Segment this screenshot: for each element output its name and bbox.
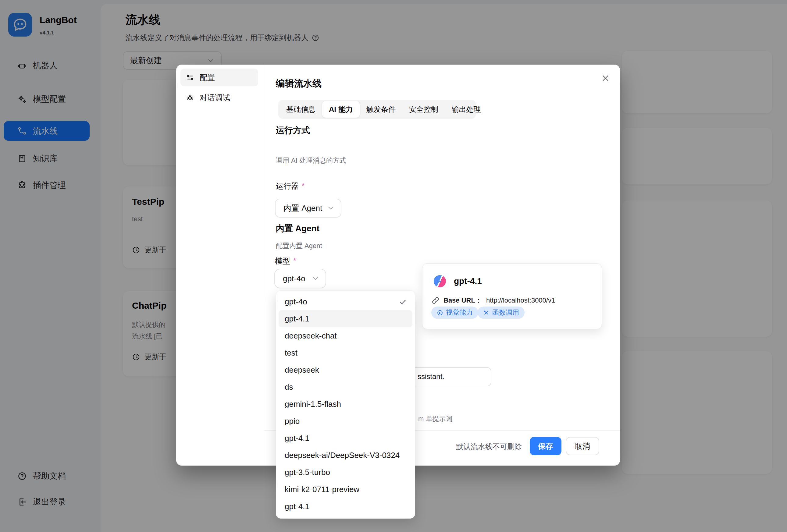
dropdown-option-deepseek-chat[interactable]: deepseek-chat xyxy=(279,327,412,344)
dropdown-option-gpt-4-1[interactable]: gpt-4.1 xyxy=(279,310,412,327)
cancel-button[interactable]: 取消 xyxy=(566,437,599,455)
model-select-value: gpt-4o xyxy=(283,274,305,283)
modal-nav-label: 对话调试 xyxy=(200,93,230,103)
sliders-icon xyxy=(186,73,194,82)
vision-capability-badge: 视觉能力 xyxy=(431,307,478,319)
tools-icon xyxy=(483,310,490,316)
model-name: gpt-4.1 xyxy=(454,276,482,287)
model-info-popover: gpt-4.1 Base URL： http://localhost:3000/… xyxy=(422,263,602,329)
system-prompt-text: ssistant. xyxy=(418,372,444,381)
section-heading-run-mode: 运行方式 xyxy=(276,125,310,136)
dropdown-option-gemini-1-5-flash[interactable]: gemini-1.5-flash xyxy=(279,396,412,413)
dropdown-option-gpt-4o[interactable]: gpt-4o xyxy=(279,293,412,310)
modal-title: 编辑流水线 xyxy=(276,77,322,90)
model-dropdown-list: gpt-4o gpt-4.1 deepseek-chat test deepse… xyxy=(276,290,415,518)
dropdown-option-gpt-4-1-3[interactable]: gpt-4.1 xyxy=(279,498,412,515)
tab-ai-capability[interactable]: AI 能力 xyxy=(322,101,360,118)
eye-icon xyxy=(437,310,443,316)
base-url-label: Base URL： xyxy=(444,296,482,305)
modal-divider xyxy=(264,65,264,466)
chevron-down-icon xyxy=(312,274,319,283)
runner-select[interactable]: 内置 Agent xyxy=(275,199,341,218)
dropdown-option-deepseek[interactable]: deepseek xyxy=(279,361,412,378)
modal-nav-chat-debug[interactable]: 对话调试 xyxy=(180,89,258,106)
dropdown-option-gpt-4-1-2[interactable]: gpt-4.1 xyxy=(279,429,412,447)
base-url-value: http://localhost:3000/v1 xyxy=(486,296,555,304)
tab-basic-info[interactable]: 基础信息 xyxy=(279,101,322,118)
dropdown-option-gpt-3-5-turbo[interactable]: gpt-3.5-turbo xyxy=(279,464,412,481)
base-url-row: Base URL： http://localhost:3000/v1 xyxy=(432,296,555,305)
required-mark: * xyxy=(302,181,304,191)
prompt-description-text: m 单提示词 xyxy=(418,414,452,423)
runner-field-label: 运行器* xyxy=(276,181,304,191)
dropdown-option-test[interactable]: test xyxy=(279,344,412,361)
tab-output-processing[interactable]: 输出处理 xyxy=(445,101,488,118)
dropdown-option-deepseek-v3[interactable]: deepseek-ai/DeepSeek-V3-0324 xyxy=(279,447,412,464)
check-icon xyxy=(399,298,407,306)
section-desc-builtin-agent: 配置内置 Agent xyxy=(276,241,322,250)
function-calling-badge: 函数调用 xyxy=(477,307,525,319)
dropdown-option-ppio[interactable]: ppio xyxy=(279,413,412,429)
required-mark: * xyxy=(293,256,296,266)
link-icon xyxy=(432,297,439,304)
modal-nav-config[interactable]: 配置 xyxy=(180,69,258,86)
screen: LangBot v4.1.1 机器人 模型配置 流水线 xyxy=(0,0,787,532)
tab-security-control[interactable]: 安全控制 xyxy=(402,101,445,118)
runner-select-value: 内置 Agent xyxy=(283,203,322,214)
model-select[interactable]: gpt-4o xyxy=(274,269,326,288)
dropdown-option-ds[interactable]: ds xyxy=(279,378,412,396)
save-button[interactable]: 保存 xyxy=(530,437,561,455)
model-provider-logo-icon xyxy=(434,275,446,287)
bug-icon xyxy=(186,93,194,102)
modal-nav-label: 配置 xyxy=(200,72,215,83)
section-heading-builtin-agent: 内置 Agent xyxy=(276,223,319,234)
model-field-label: 模型* xyxy=(275,256,296,266)
section-desc-run-mode: 调用 AI 处理消息的方式 xyxy=(276,156,346,165)
close-icon[interactable] xyxy=(600,73,610,83)
modal-tabs: 基础信息 AI 能力 触发条件 安全控制 输出处理 xyxy=(278,100,476,119)
dropdown-option-kimi-k2[interactable]: kimi-k2-0711-preview xyxy=(279,481,412,498)
tab-trigger-conditions[interactable]: 触发条件 xyxy=(360,101,402,118)
chevron-down-icon xyxy=(327,204,335,212)
